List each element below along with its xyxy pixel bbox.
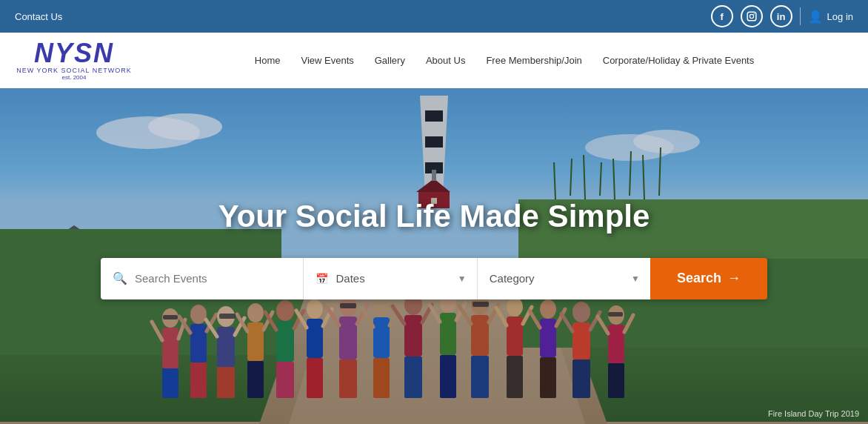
category-select[interactable]: Category Arts & Culture Food & Drink Spo… <box>490 272 638 285</box>
arrow-icon: → <box>727 271 741 286</box>
hero-title: Your Social Life Made Simple <box>30 198 838 235</box>
user-icon: 👤 <box>808 10 823 24</box>
logo-subtitle: NEW YORK SOCIAL NETWORK <box>16 67 132 75</box>
logo-area: NYSN NEW YORK SOCIAL NETWORK est. 2004 <box>15 40 133 82</box>
dates-select-wrap[interactable]: 📅 Dates This Week This Month Next Month … <box>304 258 477 299</box>
top-bar: Contact Us f in 👤 Log in <box>0 0 868 33</box>
search-icon: 🔍 <box>113 271 127 285</box>
contact-us-link[interactable]: Contact Us <box>15 11 62 22</box>
nav-membership[interactable]: Free Membership/Join <box>475 49 592 72</box>
nav-view-events[interactable]: View Events <box>290 49 364 72</box>
nav-about-us[interactable]: About Us <box>415 49 475 72</box>
search-events-wrap: 🔍 <box>101 258 304 299</box>
nav-links: Home View Events Gallery About Us Free M… <box>156 49 853 72</box>
nav-corporate[interactable]: Corporate/Holiday & Private Events <box>592 49 764 72</box>
nav-home[interactable]: Home <box>244 49 291 72</box>
dates-select[interactable]: Dates This Week This Month Next Month <box>335 272 464 285</box>
dates-chevron-icon: ▼ <box>458 274 467 284</box>
nav-gallery[interactable]: Gallery <box>364 49 415 72</box>
calendar-icon: 📅 <box>316 273 328 285</box>
top-bar-left: Contact Us <box>15 10 62 23</box>
logo-est: est. 2004 <box>62 74 87 81</box>
hero-section: Your Social Life Made Simple 🔍 📅 Dates T… <box>0 88 868 424</box>
svg-rect-0 <box>747 12 756 21</box>
category-select-wrap[interactable]: Category Arts & Culture Food & Drink Spo… <box>478 258 650 299</box>
logo-nysn: NYSN <box>34 40 114 67</box>
top-bar-right: f in 👤 Log in <box>711 5 853 27</box>
login-label: Log in <box>827 11 853 22</box>
nav-bar: NYSN NEW YORK SOCIAL NETWORK est. 2004 H… <box>0 33 868 88</box>
svg-point-2 <box>753 13 754 14</box>
facebook-icon[interactable]: f <box>711 5 733 27</box>
instagram-icon[interactable] <box>741 5 763 27</box>
photo-credit: Fire Island Day Trip 2019 <box>768 409 859 418</box>
login-button[interactable]: 👤 Log in <box>808 10 853 24</box>
search-events-input[interactable] <box>135 272 291 285</box>
search-bar: 🔍 📅 Dates This Week This Month Next Mont… <box>101 258 767 299</box>
linkedin-icon[interactable]: in <box>770 5 792 27</box>
search-button-label: Search <box>677 271 721 286</box>
category-chevron-icon: ▼ <box>631 274 640 284</box>
search-button[interactable]: Search → <box>650 258 767 299</box>
hero-content: Your Social Life Made Simple 🔍 📅 Dates T… <box>0 198 868 299</box>
divider <box>800 7 801 25</box>
svg-point-1 <box>750 14 753 18</box>
